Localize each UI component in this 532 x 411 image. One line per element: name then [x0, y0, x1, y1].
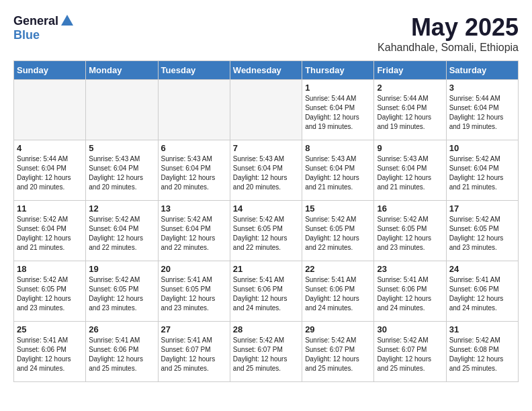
cell-info: Sunrise: 5:42 AMSunset: 6:04 PMDaylight:…	[449, 154, 515, 192]
calendar-cell: 4Sunrise: 5:44 AMSunset: 6:04 PMDaylight…	[14, 140, 86, 201]
calendar-table: SundayMondayTuesdayWednesdayThursdayFrid…	[13, 60, 519, 382]
day-number: 16	[377, 203, 443, 214]
calendar-cell: 30Sunrise: 5:42 AMSunset: 6:07 PMDayligh…	[374, 322, 446, 382]
day-number: 30	[377, 324, 443, 334]
logo-blue: Blue	[13, 28, 40, 42]
calendar-cell: 20Sunrise: 5:41 AMSunset: 6:05 PMDayligh…	[158, 261, 230, 322]
calendar-cell: 7Sunrise: 5:43 AMSunset: 6:04 PMDaylight…	[230, 140, 302, 201]
cell-info: Sunrise: 5:42 AMSunset: 6:05 PMDaylight:…	[89, 275, 154, 313]
day-number: 29	[305, 324, 371, 334]
calendar-cell: 1Sunrise: 5:44 AMSunset: 6:04 PMDaylight…	[302, 80, 374, 140]
calendar-cell: 31Sunrise: 5:42 AMSunset: 6:08 PMDayligh…	[446, 322, 518, 382]
day-number: 31	[449, 324, 515, 334]
cell-info: Sunrise: 5:41 AMSunset: 6:06 PMDaylight:…	[305, 275, 371, 313]
cell-info: Sunrise: 5:42 AMSunset: 6:05 PMDaylight:…	[17, 275, 83, 313]
calendar-cell: 17Sunrise: 5:42 AMSunset: 6:05 PMDayligh…	[446, 201, 518, 261]
day-number: 9	[377, 143, 443, 153]
cell-info: Sunrise: 5:42 AMSunset: 6:05 PMDaylight:…	[233, 215, 299, 253]
day-number: 13	[161, 203, 227, 214]
logo: General Blue	[13, 13, 75, 42]
day-number: 22	[305, 264, 371, 274]
calendar-cell: 25Sunrise: 5:41 AMSunset: 6:06 PMDayligh…	[14, 322, 86, 382]
day-number: 27	[161, 324, 227, 334]
day-number: 26	[89, 324, 154, 334]
day-number: 15	[305, 203, 371, 214]
logo-icon	[60, 13, 75, 28]
calendar-cell: 12Sunrise: 5:42 AMSunset: 6:04 PMDayligh…	[86, 201, 158, 261]
day-of-week-header: Saturday	[446, 61, 518, 80]
calendar-cell: 27Sunrise: 5:41 AMSunset: 6:07 PMDayligh…	[158, 322, 230, 382]
calendar-cell: 10Sunrise: 5:42 AMSunset: 6:04 PMDayligh…	[446, 140, 518, 201]
day-number: 12	[89, 203, 154, 214]
calendar-week-row: 18Sunrise: 5:42 AMSunset: 6:05 PMDayligh…	[14, 261, 519, 322]
calendar-cell: 16Sunrise: 5:42 AMSunset: 6:05 PMDayligh…	[374, 201, 446, 261]
day-number: 8	[305, 143, 371, 153]
day-of-week-header: Wednesday	[230, 61, 302, 80]
day-number: 19	[89, 264, 154, 274]
day-number: 11	[17, 203, 83, 214]
calendar-cell	[14, 80, 86, 140]
day-number: 10	[449, 143, 515, 153]
calendar-body: 1Sunrise: 5:44 AMSunset: 6:04 PMDaylight…	[14, 80, 519, 382]
calendar-cell	[158, 80, 230, 140]
cell-info: Sunrise: 5:44 AMSunset: 6:04 PMDaylight:…	[449, 94, 515, 132]
title-block: May 2025 Kahandhale, Somali, Ethiopia	[378, 13, 519, 54]
calendar-cell: 8Sunrise: 5:43 AMSunset: 6:04 PMDaylight…	[302, 140, 374, 201]
day-of-week-header: Tuesday	[158, 61, 230, 80]
month-title: May 2025	[378, 13, 519, 42]
day-of-week-header: Thursday	[302, 61, 374, 80]
cell-info: Sunrise: 5:42 AMSunset: 6:07 PMDaylight:…	[233, 336, 299, 373]
location-title: Kahandhale, Somali, Ethiopia	[378, 42, 519, 54]
calendar-week-row: 11Sunrise: 5:42 AMSunset: 6:04 PMDayligh…	[14, 201, 519, 261]
day-number: 4	[17, 143, 83, 153]
day-number: 21	[233, 264, 299, 274]
calendar-week-row: 25Sunrise: 5:41 AMSunset: 6:06 PMDayligh…	[14, 322, 519, 382]
cell-info: Sunrise: 5:43 AMSunset: 6:04 PMDaylight:…	[161, 154, 227, 192]
cell-info: Sunrise: 5:41 AMSunset: 6:06 PMDaylight:…	[17, 336, 83, 373]
calendar-cell	[230, 80, 302, 140]
cell-info: Sunrise: 5:42 AMSunset: 6:05 PMDaylight:…	[377, 215, 443, 253]
cell-info: Sunrise: 5:41 AMSunset: 6:05 PMDaylight:…	[161, 275, 227, 313]
day-number: 3	[449, 83, 515, 93]
day-number: 17	[449, 203, 515, 214]
calendar-cell: 18Sunrise: 5:42 AMSunset: 6:05 PMDayligh…	[14, 261, 86, 322]
day-number: 20	[161, 264, 227, 274]
calendar-cell: 14Sunrise: 5:42 AMSunset: 6:05 PMDayligh…	[230, 201, 302, 261]
cell-info: Sunrise: 5:43 AMSunset: 6:04 PMDaylight:…	[233, 154, 299, 192]
cell-info: Sunrise: 5:42 AMSunset: 6:04 PMDaylight:…	[161, 215, 227, 253]
day-number: 7	[233, 143, 299, 153]
day-number: 14	[233, 203, 299, 214]
calendar-cell: 5Sunrise: 5:43 AMSunset: 6:04 PMDaylight…	[86, 140, 158, 201]
day-number: 24	[449, 264, 515, 274]
calendar-cell: 29Sunrise: 5:42 AMSunset: 6:07 PMDayligh…	[302, 322, 374, 382]
calendar-cell: 26Sunrise: 5:41 AMSunset: 6:06 PMDayligh…	[86, 322, 158, 382]
calendar-header: SundayMondayTuesdayWednesdayThursdayFrid…	[14, 61, 519, 80]
day-number: 25	[17, 324, 83, 334]
cell-info: Sunrise: 5:42 AMSunset: 6:05 PMDaylight:…	[449, 215, 515, 253]
cell-info: Sunrise: 5:42 AMSunset: 6:04 PMDaylight:…	[89, 215, 154, 253]
calendar-cell: 6Sunrise: 5:43 AMSunset: 6:04 PMDaylight…	[158, 140, 230, 201]
svg-marker-0	[61, 15, 73, 26]
cell-info: Sunrise: 5:42 AMSunset: 6:07 PMDaylight:…	[377, 336, 443, 373]
day-of-week-header: Sunday	[14, 61, 86, 80]
day-number: 5	[89, 143, 154, 153]
page-header: General Blue May 2025 Kahandhale, Somali…	[13, 13, 519, 54]
calendar-cell: 13Sunrise: 5:42 AMSunset: 6:04 PMDayligh…	[158, 201, 230, 261]
calendar-cell: 28Sunrise: 5:42 AMSunset: 6:07 PMDayligh…	[230, 322, 302, 382]
cell-info: Sunrise: 5:41 AMSunset: 6:06 PMDaylight:…	[89, 336, 154, 373]
calendar-cell: 15Sunrise: 5:42 AMSunset: 6:05 PMDayligh…	[302, 201, 374, 261]
day-of-week-header: Monday	[86, 61, 158, 80]
cell-info: Sunrise: 5:44 AMSunset: 6:04 PMDaylight:…	[17, 154, 83, 192]
cell-info: Sunrise: 5:42 AMSunset: 6:05 PMDaylight:…	[305, 215, 371, 253]
day-number: 2	[377, 83, 443, 93]
day-number: 28	[233, 324, 299, 334]
cell-info: Sunrise: 5:44 AMSunset: 6:04 PMDaylight:…	[305, 94, 371, 132]
cell-info: Sunrise: 5:44 AMSunset: 6:04 PMDaylight:…	[377, 94, 443, 132]
calendar-cell: 3Sunrise: 5:44 AMSunset: 6:04 PMDaylight…	[446, 80, 518, 140]
calendar-cell: 22Sunrise: 5:41 AMSunset: 6:06 PMDayligh…	[302, 261, 374, 322]
cell-info: Sunrise: 5:41 AMSunset: 6:07 PMDaylight:…	[161, 336, 227, 373]
day-of-week-header: Friday	[374, 61, 446, 80]
cell-info: Sunrise: 5:43 AMSunset: 6:04 PMDaylight:…	[89, 154, 154, 192]
cell-info: Sunrise: 5:41 AMSunset: 6:06 PMDaylight:…	[377, 275, 443, 313]
calendar-cell	[86, 80, 158, 140]
